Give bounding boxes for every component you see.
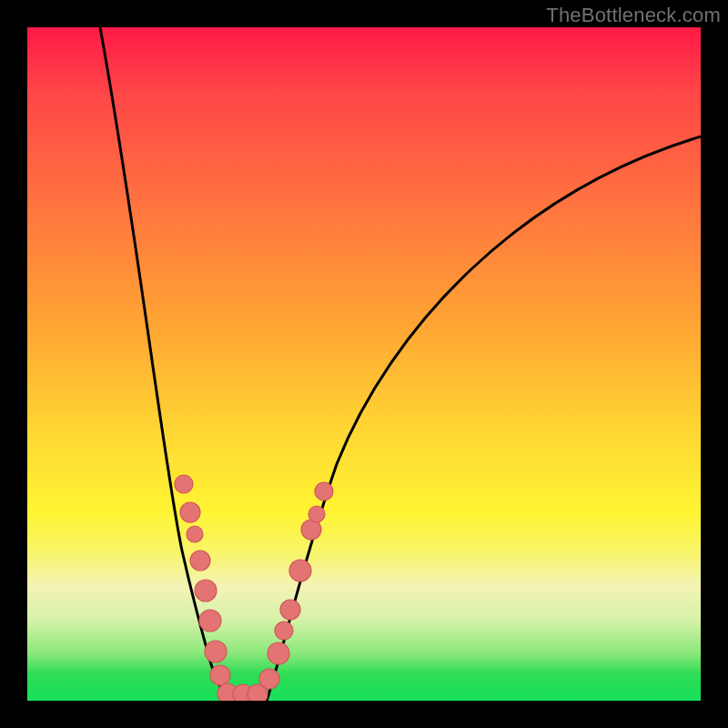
curve-marker xyxy=(275,622,293,640)
curve-marker xyxy=(280,600,300,620)
curve-marker xyxy=(195,580,217,602)
curve-marker xyxy=(259,669,279,689)
curve-marker xyxy=(308,506,325,522)
curve-marker xyxy=(315,482,333,500)
curve-marker xyxy=(205,641,227,662)
watermark-text: TheBottleneck.com xyxy=(546,4,721,27)
curve-marker xyxy=(210,665,230,685)
curve-layer xyxy=(27,27,701,701)
curve-marker xyxy=(289,560,311,581)
curve-marker xyxy=(180,502,200,522)
curve-marker xyxy=(175,475,193,493)
chart-frame: TheBottleneck.com xyxy=(0,0,728,728)
curve-marker xyxy=(190,551,210,571)
curve-marker xyxy=(187,526,203,542)
curve-marker xyxy=(268,642,289,664)
curve-right xyxy=(267,136,701,701)
curve-marker xyxy=(199,610,221,632)
plot-area xyxy=(27,27,701,701)
marker-group xyxy=(175,475,333,701)
